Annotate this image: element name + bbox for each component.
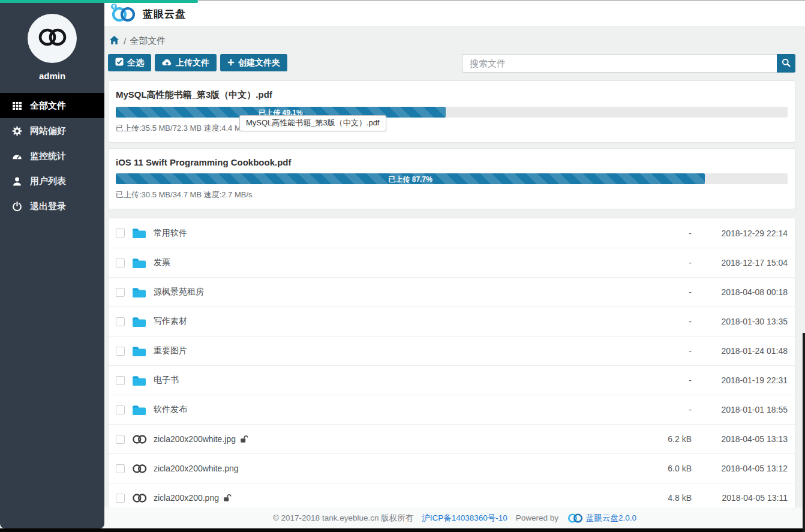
- search-icon: [782, 58, 791, 69]
- file-date: 2018-01-30 13:35: [692, 317, 788, 326]
- avatar[interactable]: [28, 14, 77, 63]
- row-checkbox[interactable]: [116, 317, 125, 326]
- footer-product-label: 蓝眼云盘2.0.0: [586, 513, 636, 524]
- row-checkbox[interactable]: [116, 464, 125, 473]
- file-row[interactable]: 重要图片 - 2018-01-24 01:48: [109, 336, 795, 365]
- file-row[interactable]: 发票 - 2018-12-17 15:04: [109, 248, 795, 277]
- sidebar-item-site-preferences[interactable]: 网站偏好: [0, 118, 104, 143]
- file-name[interactable]: 源枫景苑租房: [154, 287, 204, 297]
- search-button[interactable]: [777, 54, 795, 73]
- file-name[interactable]: 重要图片: [154, 345, 187, 356]
- upload-progress-fill: 已上传 87.7%: [116, 173, 705, 184]
- create-folder-button[interactable]: 创建文件夹: [220, 54, 287, 71]
- scrollbar[interactable]: [803, 333, 805, 532]
- footer-copyright: © 2017-2018 tank.eyeblue.cn 版权所有: [273, 513, 413, 524]
- breadcrumb-separator: /: [124, 36, 126, 46]
- row-checkbox[interactable]: [116, 288, 125, 297]
- breadcrumb: / 全部文件: [108, 34, 795, 54]
- file-row[interactable]: 常用软件 - 2018-12-29 22:14: [109, 218, 795, 248]
- file-size: 4.8 kB: [626, 493, 692, 503]
- file-list: 常用软件 - 2018-12-29 22:14 发票 - 2018-12-17 …: [108, 218, 795, 513]
- file-date: 2018-01-01 18:55: [692, 405, 788, 414]
- file-date: 2018-04-08 00:18: [692, 287, 788, 297]
- footer: © 2017-2018 tank.eyeblue.cn 版权所有 沪ICP备14…: [104, 507, 805, 528]
- row-checkbox[interactable]: [116, 494, 125, 503]
- power-icon: [12, 202, 22, 212]
- home-icon[interactable]: [109, 35, 119, 47]
- eyeblue-cloud-logo-icon[interactable]: [109, 3, 137, 25]
- file-size: -: [626, 346, 692, 356]
- sidebar-item-label: 监控统计: [30, 151, 66, 162]
- upload-progress-bar: 已上传 49.1%: [116, 107, 788, 118]
- check-square-icon: [115, 58, 124, 68]
- upload-stats: 已上传:35.5 MB/72.3 MB 速度:4.4 MB/s: [116, 123, 788, 134]
- sidebar-item-all-files[interactable]: 全部文件: [0, 93, 104, 118]
- file-size: -: [626, 258, 692, 267]
- plus-icon: [227, 58, 235, 68]
- file-date: 2018-12-17 15:04: [692, 258, 788, 267]
- upload-stats: 已上传:30.5 MB/34.7 MB 速度:2.7 MB/s: [116, 190, 788, 200]
- row-checkbox[interactable]: [116, 376, 125, 385]
- breadcrumb-current[interactable]: 全部文件: [130, 35, 166, 47]
- footer-powered-by: Powered by: [516, 513, 558, 522]
- row-checkbox[interactable]: [116, 259, 125, 267]
- gear-icon: [12, 126, 22, 136]
- main-content: / 全部文件 全选: [104, 27, 805, 528]
- file-row[interactable]: 软件发布 - 2018-01-01 18:55: [109, 395, 795, 424]
- sidebar-username: admin: [0, 71, 104, 81]
- zicla-file-icon: [132, 434, 148, 444]
- file-row[interactable]: 源枫景苑租房 - 2018-04-08 00:18: [109, 277, 795, 306]
- file-size: 6.2 kB: [626, 434, 692, 444]
- file-name[interactable]: zicla200x200white.png: [154, 464, 239, 473]
- file-name[interactable]: zicla200x200white.jpg: [154, 434, 236, 444]
- folder-icon: [132, 375, 148, 386]
- file-row[interactable]: zicla200x200white.jpg 6.2 kB 2018-04-05 …: [109, 424, 795, 453]
- row-checkbox[interactable]: [116, 229, 125, 238]
- file-name[interactable]: zicla200x200.png: [154, 493, 219, 503]
- zicla-infinity-logo: [35, 26, 70, 50]
- sidebar-item-logout[interactable]: 退出登录: [0, 194, 104, 219]
- footer-product-link[interactable]: 蓝眼云盘2.0.0: [567, 513, 636, 524]
- sidebar-item-monitor-stats[interactable]: 监控统计: [0, 143, 104, 169]
- upload-file-label: 上传文件: [176, 58, 209, 68]
- file-size: 6.0 kB: [626, 464, 692, 473]
- file-size: -: [626, 229, 692, 238]
- file-name[interactable]: 写作素材: [154, 316, 187, 327]
- file-name[interactable]: 发票: [154, 257, 170, 268]
- row-checkbox[interactable]: [116, 347, 125, 356]
- row-checkbox[interactable]: [116, 435, 125, 444]
- file-date: 2018-01-19 22:31: [692, 375, 788, 385]
- footer-icp-link[interactable]: 沪ICP备14038360号-10: [422, 513, 507, 524]
- file-date: 2018-04-05 13:13: [692, 434, 788, 444]
- sidebar-menu: 全部文件 网站偏好: [0, 93, 104, 219]
- file-row[interactable]: 电子书 - 2018-01-19 22:31: [109, 365, 795, 395]
- toolbar: 全选 上传文件: [108, 54, 795, 73]
- file-row[interactable]: 写作素材 - 2018-01-30 13:35: [109, 306, 795, 336]
- sidebar-item-label: 退出登录: [30, 201, 66, 212]
- upload-filename-tooltip: MySQL高性能书籍_第3版（中文）.pdf: [239, 115, 386, 131]
- zicla-file-icon: [132, 464, 148, 474]
- select-all-button[interactable]: 全选: [108, 54, 151, 71]
- create-folder-label: 创建文件夹: [238, 58, 280, 68]
- file-name[interactable]: 常用软件: [154, 228, 187, 239]
- file-row[interactable]: zicla200x200white.png 6.0 kB 2018-04-05 …: [109, 453, 795, 483]
- folder-icon: [132, 345, 148, 357]
- sidebar-item-user-list[interactable]: 用户列表: [0, 169, 104, 194]
- upload-filename: MySQL高性能书籍_第3版（中文）.pdf: [116, 89, 788, 101]
- zicla-file-icon: [132, 493, 148, 503]
- file-date: 2018-04-05 13:12: [692, 464, 788, 473]
- file-size: -: [626, 375, 692, 385]
- row-checkbox[interactable]: [116, 405, 125, 414]
- app-title: 蓝眼云盘: [143, 7, 186, 21]
- file-name[interactable]: 电子书: [154, 375, 179, 386]
- upload-file-button[interactable]: 上传文件: [155, 54, 217, 71]
- folder-icon: [132, 227, 148, 239]
- sidebar-item-label: 全部文件: [30, 100, 66, 112]
- file-date: 2018-12-29 22:14: [692, 229, 788, 238]
- upload-progress-bar: 已上传 87.7%: [116, 173, 788, 184]
- file-name[interactable]: 软件发布: [154, 404, 187, 415]
- file-size: -: [626, 405, 692, 414]
- search-input[interactable]: [462, 54, 777, 73]
- header: 蓝眼云盘: [104, 1, 805, 27]
- upload-card: MySQL高性能书籍_第3版（中文）.pdf 已上传 49.1% 已上传:35.…: [108, 80, 795, 143]
